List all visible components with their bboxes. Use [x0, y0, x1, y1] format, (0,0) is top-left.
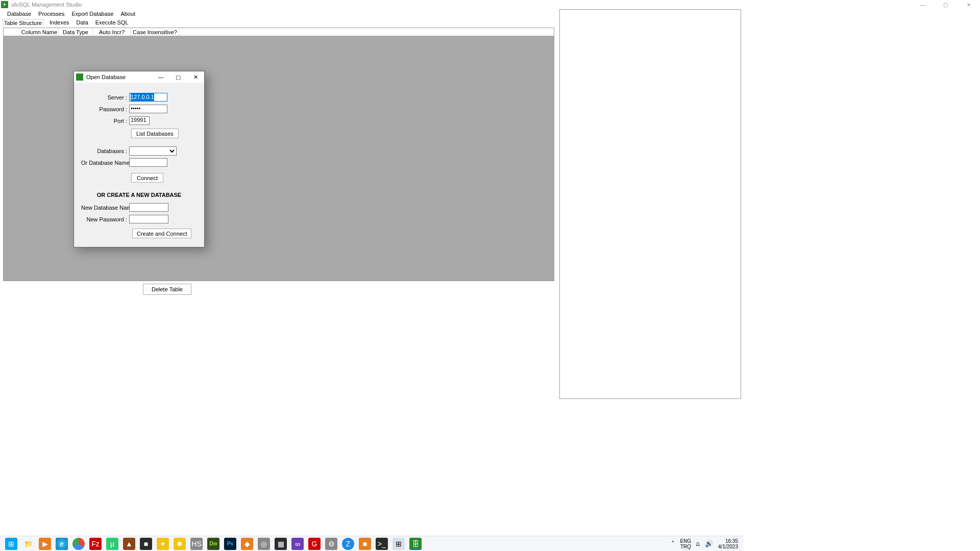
tray-clock[interactable]: 16:354/1/2023 — [718, 538, 738, 549]
main-titlebar: ✦ ufoSQL Management Studio — ▢ ✕ — [0, 0, 980, 9]
taskbar-icon-chrome[interactable] — [72, 538, 85, 550]
dialog-title: Open Database — [86, 74, 152, 80]
tray-wifi-icon[interactable]: ⩍ — [696, 540, 700, 547]
taskbar-icon-dreamweaver[interactable]: Dw — [207, 538, 219, 550]
taskbar-icon-app10[interactable]: ✦ — [157, 538, 169, 550]
minimize-button[interactable]: — — [911, 0, 934, 9]
tray-volume-icon[interactable]: 🔊 — [705, 540, 713, 547]
taskbar-icon-app22[interactable]: ■ — [359, 538, 371, 550]
taskbar-icon-app15[interactable]: ◆ — [241, 538, 253, 550]
new-dbname-label: New Database Name : — [81, 205, 129, 211]
or-dbname-label: Or Database Name : — [81, 160, 129, 166]
taskbar-icon-app19[interactable]: G — [308, 538, 321, 550]
new-password-input[interactable] — [129, 215, 168, 223]
dialog-maximize-button[interactable]: ▢ — [169, 71, 187, 83]
taskbar-icon-heidisql[interactable]: HS — [190, 538, 203, 550]
taskbar-icon-app20[interactable]: ⚙ — [325, 538, 337, 550]
tab-indexes[interactable]: Indexes — [48, 19, 70, 26]
create-and-connect-button[interactable]: Create and Connect — [132, 229, 191, 238]
taskbar-icon-app16[interactable]: ◎ — [258, 538, 270, 550]
tab-table-structure[interactable]: Table Structure — [3, 19, 43, 27]
taskbar-icon-filezilla[interactable]: Fz — [89, 538, 102, 550]
taskbar-icon-app17[interactable]: ▦ — [275, 538, 287, 550]
server-label: Server : — [81, 94, 129, 101]
col-column-name[interactable]: Column Name — [20, 28, 59, 36]
tab-data[interactable]: Data — [76, 19, 89, 26]
table-header: Column Name Data Type Auto Incr? Case In… — [4, 28, 554, 36]
taskbar-icon-app9[interactable]: ■ — [140, 538, 152, 550]
tray-language[interactable]: ENGTRQ — [680, 538, 691, 549]
password-input[interactable]: ••••• — [129, 105, 167, 113]
workspace: Column Name Data Type Auto Incr? Case In… — [3, 28, 554, 281]
taskbar-icon-explorer[interactable]: 📁 — [22, 538, 34, 550]
taskbar-icon-app21[interactable]: Z — [342, 538, 354, 550]
or-create-heading: OR CREATE A NEW DATABASE — [81, 192, 197, 198]
window-title: ufoSQL Management Studio — [11, 2, 82, 8]
taskbar-icon-utorrent[interactable]: µ — [106, 538, 118, 550]
databases-label: Databases : — [81, 148, 129, 154]
app-icon: ✦ — [1, 1, 8, 8]
dialog-minimize-button[interactable]: — — [152, 71, 169, 83]
dialog-titlebar[interactable]: Open Database — ▢ ✕ — [74, 71, 204, 83]
maximize-button[interactable]: ▢ — [934, 0, 957, 9]
new-password-label: New Password : — [81, 216, 129, 222]
dbname-input[interactable] — [129, 158, 167, 167]
tab-execute-sql[interactable]: Execute SQL — [94, 19, 130, 26]
close-button[interactable]: ✕ — [957, 0, 980, 9]
taskbar-icon-media[interactable]: ▶ — [39, 538, 51, 550]
delete-table-button[interactable]: Delete Table — [143, 284, 191, 295]
dialog-app-icon — [76, 73, 83, 81]
taskbar-icon-edge[interactable]: e — [56, 538, 68, 550]
taskbar-icon-app8[interactable]: ▲ — [123, 538, 135, 550]
open-database-dialog: Open Database — ▢ ✕ Server : 127.0.0.1 P… — [74, 71, 205, 247]
taskbar-icon-visualstudio[interactable]: ∞ — [291, 538, 304, 550]
server-input[interactable]: 127.0.0.1 — [129, 93, 167, 102]
row-header-blank — [4, 28, 20, 36]
port-label: Port : — [81, 118, 129, 124]
databases-select[interactable] — [129, 146, 177, 156]
taskbar-icon-terminal[interactable]: >_ — [376, 538, 388, 550]
new-dbname-input[interactable] — [129, 203, 168, 212]
taskbar-icons: ⊞📁▶eFzµ▲■✦✱HSDwPs◆◎▦∞G⚙Z■>_⊞🗄 — [5, 538, 422, 550]
col-auto-incr[interactable]: Auto Incr? — [93, 28, 131, 36]
tray-chevron-icon[interactable]: ˄ — [671, 540, 675, 547]
taskbar-icon-start[interactable]: ⊞ — [5, 538, 17, 550]
right-panel — [559, 9, 741, 399]
taskbar-icon-app11[interactable]: ✱ — [174, 538, 186, 550]
menubar: Database Processes Export Database About — [0, 9, 980, 18]
menu-database[interactable]: Database — [6, 10, 32, 17]
menu-export-database[interactable]: Export Database — [70, 10, 114, 17]
col-case-insensitive[interactable]: Case Insensitive? — [131, 28, 179, 36]
taskbar-icon-ufosql[interactable]: 🗄 — [409, 538, 422, 550]
menu-about[interactable]: About — [119, 10, 136, 17]
menu-processes[interactable]: Processes — [37, 10, 65, 17]
system-tray: ˄ ENGTRQ ⩍ 🔊 16:354/1/2023 — [671, 538, 743, 549]
port-input[interactable]: 19991 — [129, 116, 150, 125]
connect-button[interactable]: Connect — [131, 173, 163, 183]
taskbar: ⊞📁▶eFzµ▲■✦✱HSDwPs◆◎▦∞G⚙Z■>_⊞🗄 ˄ ENGTRQ ⩍… — [0, 536, 743, 551]
list-databases-button[interactable]: List Databases — [131, 129, 179, 138]
dialog-close-button[interactable]: ✕ — [187, 71, 204, 83]
taskbar-icon-photoshop[interactable]: Ps — [224, 538, 236, 550]
password-label: Password : — [81, 106, 129, 112]
tabbar: Table Structure Indexes Data Execute SQL — [0, 18, 980, 27]
taskbar-icon-calculator[interactable]: ⊞ — [393, 538, 405, 550]
col-data-type[interactable]: Data Type — [59, 28, 93, 36]
